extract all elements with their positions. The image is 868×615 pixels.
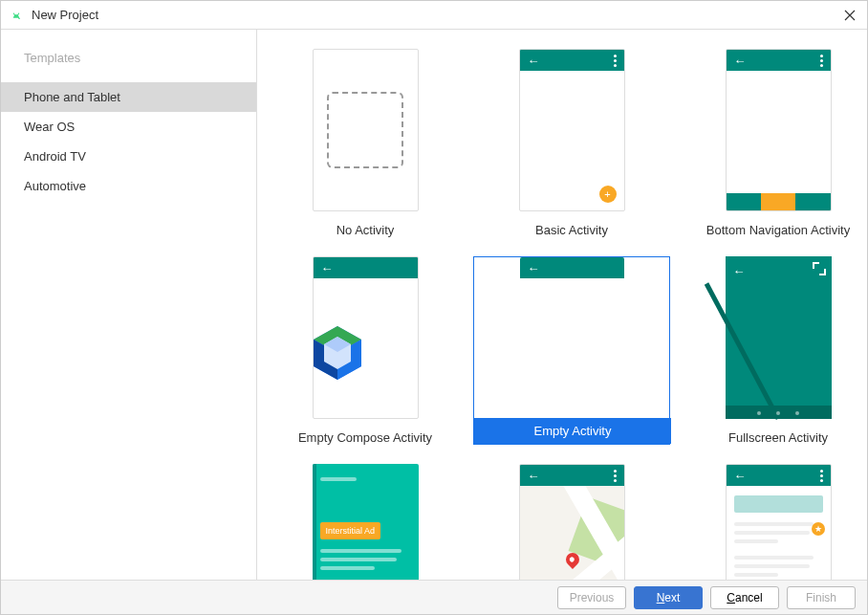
footer-buttons: Previous Next Cancel Finish [1, 580, 867, 614]
compose-logo-icon [314, 326, 361, 380]
sidebar-item-phone-tablet[interactable]: Phone and Tablet [1, 82, 256, 112]
mock-appbar [727, 50, 831, 71]
sidebar-item-automotive[interactable]: Automotive [1, 171, 256, 201]
mock-map [519, 464, 625, 580]
template-fullscreen-activity[interactable]: Fullscreen Activity [680, 256, 867, 454]
sidebar: Templates Phone and Tablet Wear OS Andro… [1, 30, 257, 580]
mock-appbar [520, 50, 624, 71]
template-empty-activity[interactable]: Empty Activity [473, 256, 670, 454]
back-arrow-icon [321, 261, 334, 275]
next-button[interactable]: Next [634, 586, 703, 609]
fab-icon: + [599, 186, 617, 203]
fullscreen-expand-icon [813, 262, 826, 275]
finish-button[interactable]: Finish [787, 586, 856, 609]
close-button[interactable] [840, 6, 859, 25]
template-grid-container: No Activity + Basic Activity [257, 30, 867, 580]
template-label: Bottom Navigation Activity [703, 211, 854, 247]
overflow-menu-icon [614, 468, 617, 484]
overflow-menu-icon [820, 468, 823, 484]
android-studio-icon [9, 8, 24, 23]
close-icon [844, 10, 856, 21]
star-icon: ★ [812, 522, 825, 536]
overflow-menu-icon [614, 53, 617, 69]
dashed-rect-icon [327, 92, 403, 168]
mock-appbar [520, 257, 624, 278]
mock-interstitial: Interstitial Ad [313, 464, 419, 580]
mock-scrolling: ★ [726, 464, 832, 580]
cancel-button[interactable]: Cancel [710, 586, 779, 609]
template-empty-compose[interactable]: Empty Compose Activity [267, 256, 464, 454]
template-label: No Activity [333, 211, 399, 247]
template-bottom-navigation[interactable]: Bottom Navigation Activity [680, 49, 867, 247]
back-arrow-icon [733, 264, 746, 278]
mock-bottom-nav [727, 193, 831, 210]
template-google-maps[interactable]: Google Maps Activity [473, 464, 670, 580]
sidebar-item-wear-os[interactable]: Wear OS [1, 112, 256, 142]
template-scrolling[interactable]: ★ Scrolling Activity [680, 464, 867, 580]
mock-fullscreen [726, 256, 832, 419]
template-label: Fullscreen Activity [725, 419, 832, 454]
template-basic-activity[interactable]: + Basic Activity [473, 49, 670, 247]
template-grid: No Activity + Basic Activity [267, 49, 857, 580]
back-arrow-icon [734, 54, 747, 68]
sidebar-header: Templates [1, 51, 256, 82]
sidebar-item-android-tv[interactable]: Android TV [1, 142, 256, 171]
interstitial-badge: Interstitial Ad [320, 522, 381, 539]
back-arrow-icon [734, 469, 747, 483]
window-title: New Project [32, 8, 840, 22]
back-arrow-icon [528, 54, 540, 68]
back-arrow-icon [528, 261, 540, 275]
titlebar: New Project [1, 1, 867, 30]
main-area: Templates Phone and Tablet Wear OS Andro… [1, 30, 867, 580]
mock-appbar [314, 257, 418, 278]
template-label: Empty Activity [474, 418, 671, 444]
back-arrow-icon [528, 469, 540, 483]
overflow-menu-icon [820, 53, 823, 69]
previous-button[interactable]: Previous [557, 586, 626, 609]
template-label: Empty Compose Activity [294, 419, 436, 454]
template-interstitial[interactable]: Interstitial Ad Interstitial Ad [267, 464, 464, 580]
template-label: Basic Activity [532, 211, 612, 247]
template-no-activity[interactable]: No Activity [267, 49, 464, 247]
